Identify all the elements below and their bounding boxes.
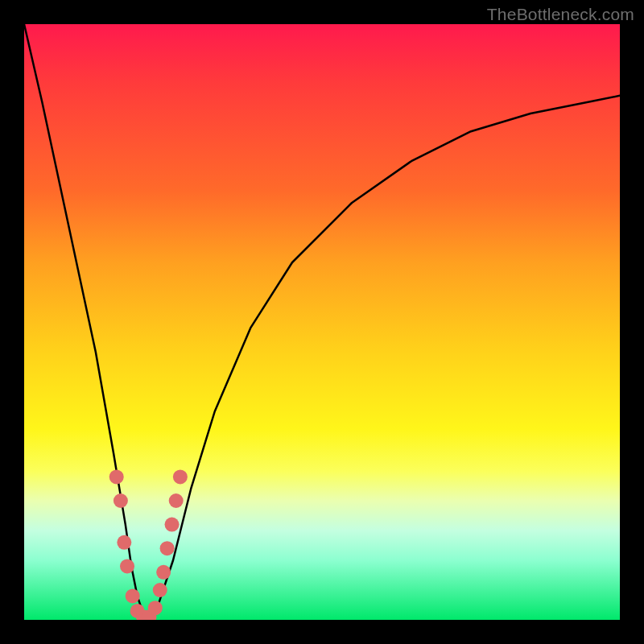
data-marker [156,565,171,580]
data-marker [169,493,184,508]
data-marker [120,559,134,573]
data-marker [109,469,124,484]
data-marker [114,493,128,508]
data-marker [173,469,188,484]
data-marker [117,535,131,550]
data-marker [153,583,167,597]
data-marker [126,588,140,603]
watermark-text: TheBottleneck.com [487,5,634,24]
bottleneck-curve [24,24,620,620]
data-marker [148,601,163,615]
data-marker [160,541,175,555]
chart-frame: TheBottleneck.com [0,0,644,644]
bottleneck-chart [24,24,620,620]
data-marker [165,518,180,532]
plot-area [24,24,620,620]
